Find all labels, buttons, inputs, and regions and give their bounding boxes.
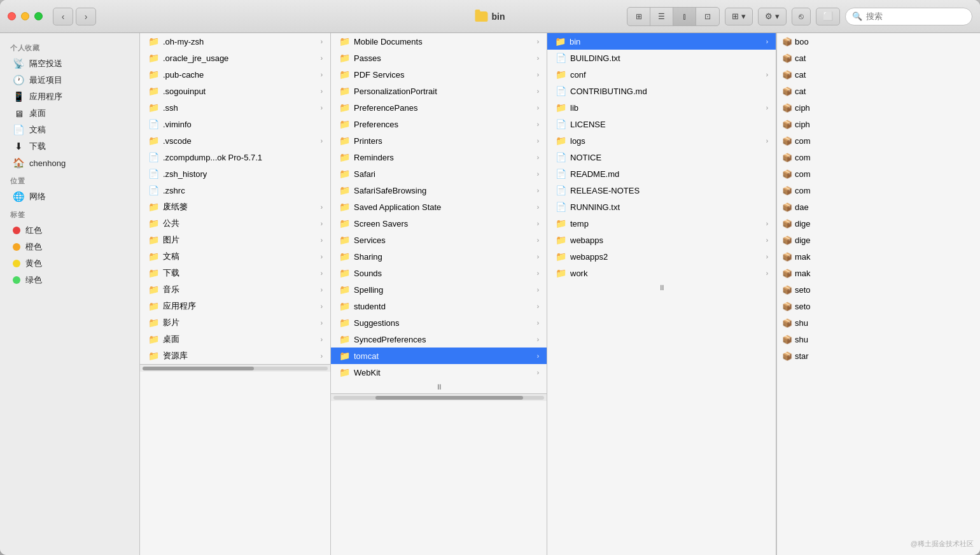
col2-row[interactable]: 📁Services› [331,232,547,248]
share-button[interactable]: ⎋ [792,8,811,25]
col2-row[interactable]: 📁Passes› [331,50,547,66]
action-button[interactable]: ⚙ ▾ [758,8,787,25]
col2-row[interactable]: 📁Screen Savers› [331,215,547,232]
col2-row[interactable]: 📁Reminders› [331,149,547,165]
col1-row[interactable]: 📁文稿› [140,248,330,265]
col1-row[interactable]: 📁图片› [140,232,330,248]
col1-row[interactable]: 📄.zcompdump...ok Pro-5.7.1 [140,149,330,165]
fr-row[interactable]: 📦boo [777,33,827,50]
fr-row[interactable]: 📦com [777,149,827,165]
fr-row[interactable]: 📦shu [777,331,827,348]
col2-row[interactable]: 📁Sharing› [331,248,547,265]
fr-row[interactable]: 📦mak [777,265,827,281]
col1-row[interactable]: 📁桌面› [140,331,330,348]
fr-row[interactable]: 📦mak [777,248,827,265]
col2-row[interactable]: 📁Suggestions› [331,314,547,331]
back-button[interactable]: ‹ [53,8,73,25]
col2-row[interactable]: 📁Preferences› [331,116,547,132]
col1-scrollbar[interactable] [140,364,330,372]
sidebar-item-network[interactable]: 🌐 网络 [3,188,137,205]
col1-row[interactable]: 📁.pub-cache› [140,66,330,83]
fr-row[interactable]: 📦cat [777,83,827,99]
sidebar-item-recents[interactable]: 🕐 最近项目 [3,72,137,88]
fr-row[interactable]: 📦seto [777,298,827,314]
tags-button[interactable]: ⬜ [816,8,840,25]
fr-row[interactable]: 📦com [777,182,827,199]
fr-row[interactable]: 📦cat [777,50,827,66]
bin-file-row[interactable]: 📁webapps› [547,232,776,248]
sidebar-item-downloads[interactable]: ⬇ 下载 [3,138,137,155]
column-view-button[interactable]: ⫿ [673,8,696,25]
sidebar-item-applications[interactable]: 📱 应用程序 [3,88,137,105]
fr-row[interactable]: 📦ciph [777,116,827,132]
col2-row[interactable]: 📁Safari› [331,165,547,182]
minimize-button[interactable] [21,12,29,20]
col1-row[interactable]: 📁.oracle_jre_usage› [140,50,330,66]
bin-file-row[interactable]: 📁webapps2› [547,248,776,265]
col2-row[interactable]: 📁studentd› [331,298,547,314]
maximize-button[interactable] [34,12,43,20]
bin-file-row[interactable]: 📁temp› [547,215,776,232]
fr-row[interactable]: 📦shu [777,314,827,331]
col2-row[interactable]: 📁PDF Services› [331,66,547,83]
col2-row[interactable]: 📁PersonalizationPortrait› [331,83,547,99]
gallery-view-button[interactable]: ⊡ [696,8,719,25]
sidebar-item-documents[interactable]: 📄 文稿 [3,122,137,138]
sidebar-item-desktop[interactable]: 🖥 桌面 [3,105,137,122]
col1-row[interactable]: 📁应用程序› [140,298,330,314]
bin-file-row[interactable]: 📄README.md [547,165,776,182]
sidebar-item-tag-orange[interactable]: 橙色 [3,239,137,255]
col2-row[interactable]: 📁Sounds› [331,265,547,281]
close-button[interactable] [8,12,16,20]
fr-row[interactable]: 📦com [777,165,827,182]
search-box[interactable]: 🔍 [845,8,972,25]
col1-row[interactable]: 📁音乐› [140,281,330,298]
sidebar-item-home[interactable]: 🏠 chenhong [3,155,137,171]
sidebar-item-airdrop[interactable]: 📡 隔空投送 [3,55,137,72]
forward-button[interactable]: › [76,8,96,25]
fr-row[interactable]: 📦dige [777,232,827,248]
col2-scrollbar[interactable] [331,393,547,401]
bin-file-row[interactable]: 📁lib› [547,99,776,116]
fr-row[interactable]: 📦star [777,348,827,364]
col1-row[interactable]: 📁.ssh› [140,99,330,116]
col2-row[interactable]: 📁PreferencePanes› [331,99,547,116]
bin-file-row[interactable]: 📄CONTRIBUTING.md [547,83,776,99]
col1-row[interactable]: 📁资源库› [140,348,330,364]
bin-file-row[interactable]: 📁work› [547,265,776,281]
search-input[interactable] [866,11,962,21]
col1-row[interactable]: 📁下载› [140,265,330,281]
list-view-button[interactable]: ☰ [650,8,673,25]
fr-row[interactable]: 📦com [777,132,827,149]
bin-file-row[interactable]: 📄RELEASE-NOTES [547,182,776,199]
bin-file-row[interactable]: 📁conf› [547,66,776,83]
col1-row[interactable]: 📄.zshrc [140,182,330,199]
col2-row[interactable]: 📁SafariSafeBrowsing› [331,182,547,199]
col1-row[interactable]: 📁.vscode› [140,132,330,149]
col1-row[interactable]: 📄.zsh_history [140,165,330,182]
col2-row[interactable]: 📁Mobile Documents› [331,33,547,50]
col2-row[interactable]: 📁Printers› [331,132,547,149]
col1-row[interactable]: 📁公共› [140,215,330,232]
col2-row[interactable]: 📁WebKit› [331,364,547,381]
fr-row[interactable]: 📦seto [777,281,827,298]
bin-file-row[interactable]: 📄RUNNING.txt [547,199,776,215]
col1-row[interactable]: 📁废纸篓› [140,199,330,215]
sidebar-item-tag-red[interactable]: 红色 [3,222,137,239]
col2-row[interactable]: 📁tomcat› [331,348,547,364]
col2-row[interactable]: 📁Spelling› [331,281,547,298]
col1-row[interactable]: 📁.sogouinput› [140,83,330,99]
col1-row[interactable]: 📄.viminfo [140,116,330,132]
col1-row[interactable]: 📁.oh-my-zsh› [140,33,330,50]
icon-view-button[interactable]: ⊞ [627,8,650,25]
col2-row[interactable]: 📁SyncedPreferences› [331,331,547,348]
bin-file-row[interactable]: 📄BUILDING.txt [547,50,776,66]
fr-row[interactable]: 📦cat [777,66,827,83]
col1-row[interactable]: 📁影片› [140,314,330,331]
fr-row[interactable]: 📦dae [777,199,827,215]
sidebar-item-tag-yellow[interactable]: 黄色 [3,255,137,272]
sidebar-item-tag-green[interactable]: 绿色 [3,272,137,288]
col2-row[interactable]: 📁Saved Application State› [331,199,547,215]
fr-row[interactable]: 📦dige [777,215,827,232]
bin-file-row[interactable]: 📄NOTICE [547,149,776,165]
